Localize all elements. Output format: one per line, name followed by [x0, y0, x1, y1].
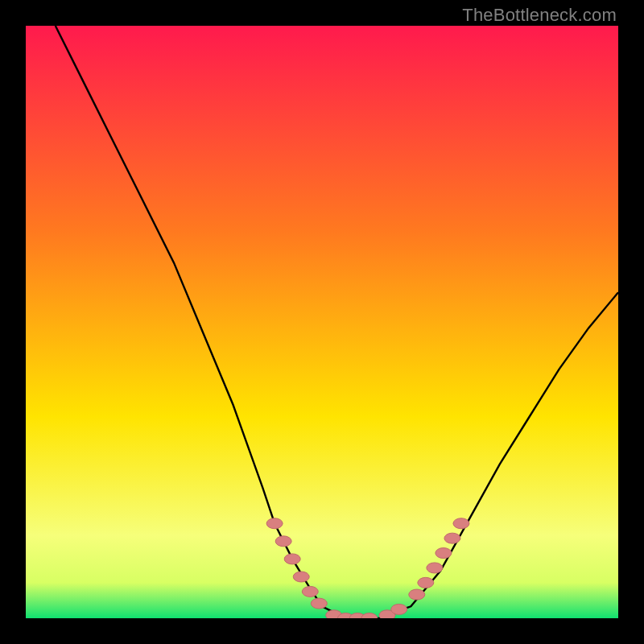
marker-right-slope: [409, 589, 425, 600]
marker-right-slope: [453, 518, 469, 529]
marker-valley: [391, 604, 407, 614]
watermark-text: TheBottleneck.com: [462, 5, 617, 26]
marker-right-slope: [444, 533, 460, 543]
marker-right-slope: [418, 577, 434, 588]
chart-frame: TheBottleneck.com: [0, 0, 644, 644]
curve-path: [56, 26, 618, 618]
bottleneck-curve: [26, 26, 618, 618]
marker-left-slope: [275, 536, 291, 547]
marker-left-slope: [266, 518, 283, 529]
marker-valley: [361, 613, 378, 619]
marker-left-slope: [311, 598, 327, 609]
marker-left-slope: [302, 586, 318, 597]
marker-right-slope: [427, 563, 443, 573]
marker-left-slope: [284, 554, 300, 564]
marker-left-slope: [293, 572, 309, 582]
marker-right-slope: [436, 548, 452, 559]
plot-area: [26, 26, 618, 618]
